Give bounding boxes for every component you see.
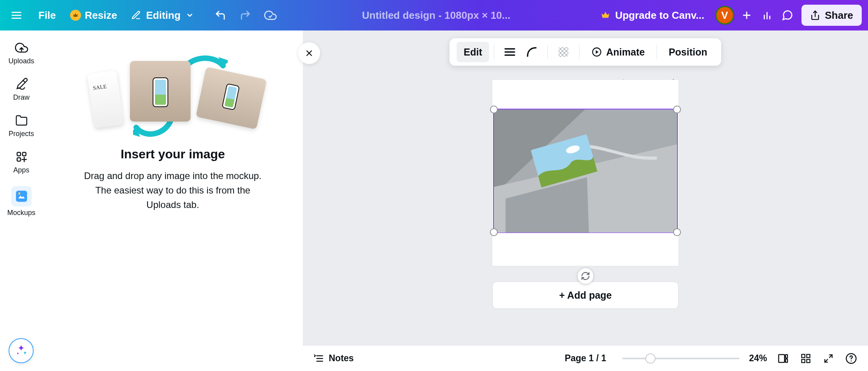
resize-label: Resize	[85, 9, 117, 22]
svg-rect-53	[802, 359, 805, 362]
zoom-slider-thumb[interactable]	[645, 353, 656, 364]
svg-rect-48	[779, 355, 785, 362]
pencil-icon	[14, 77, 29, 91]
rail-label: Apps	[13, 166, 29, 174]
add-page-button[interactable]: + Add page	[492, 281, 679, 309]
panel-heading: Insert your image	[121, 147, 225, 161]
rail-item-draw[interactable]: Draw	[0, 74, 43, 110]
panel-illustration	[87, 49, 259, 139]
corner-style-icon[interactable]	[523, 43, 540, 61]
resize-handle-tl[interactable]	[490, 106, 498, 113]
hamburger-menu-icon[interactable]	[6, 5, 27, 25]
position-button[interactable]: Position	[662, 42, 715, 62]
separator	[657, 45, 657, 59]
view-mode-icon[interactable]	[776, 352, 790, 365]
left-rail: Uploads Draw Projects Apps	[0, 30, 43, 371]
rail-label: Draw	[13, 93, 29, 102]
rail-label: Uploads	[8, 57, 34, 65]
svg-rect-52	[807, 354, 810, 357]
add-member-icon[interactable]	[737, 5, 757, 25]
rail-label: Projects	[9, 130, 34, 138]
notes-label: Notes	[329, 353, 354, 364]
design-page[interactable]	[492, 80, 679, 266]
svg-point-15	[18, 192, 20, 194]
selected-frame[interactable]	[493, 109, 678, 233]
separator	[579, 45, 580, 59]
page-indicator[interactable]: Page 1 / 1	[565, 353, 606, 364]
svg-rect-10	[22, 152, 26, 156]
panel-body: Drag and drop any image into the mockup.…	[83, 168, 263, 212]
help-icon[interactable]	[845, 352, 858, 365]
close-panel-button[interactable]	[298, 42, 320, 64]
mockups-icon	[11, 186, 32, 206]
svg-rect-49	[785, 355, 787, 358]
cloud-upload-icon	[14, 41, 29, 55]
upgrade-button[interactable]: Upgrade to Canv...	[592, 5, 713, 25]
svg-rect-54	[807, 359, 810, 362]
contextual-toolbar: Edit Animate Position	[450, 38, 721, 66]
animate-button[interactable]: Animate	[584, 42, 652, 62]
mockups-panel: Insert your image Drag and drop any imag…	[43, 30, 303, 371]
fullscreen-icon[interactable]	[822, 352, 835, 365]
canvas-area: Edit Animate Position	[303, 30, 868, 371]
zoom-value[interactable]: 24%	[749, 353, 767, 364]
rail-item-uploads[interactable]: Uploads	[0, 38, 43, 74]
svg-rect-50	[785, 359, 787, 362]
share-label: Share	[825, 9, 853, 22]
svg-rect-14	[16, 191, 27, 202]
resize-button[interactable]: Resize	[63, 5, 124, 25]
rail-item-projects[interactable]: Projects	[0, 110, 43, 147]
folder-icon	[14, 113, 29, 127]
svg-point-58	[851, 360, 852, 362]
resize-handle-br[interactable]	[673, 228, 681, 236]
mockup-photo	[494, 109, 677, 233]
share-button[interactable]: Share	[801, 5, 862, 26]
separator	[547, 45, 548, 59]
insights-icon[interactable]	[757, 5, 777, 25]
svg-rect-11	[17, 158, 20, 161]
edit-button[interactable]: Edit	[457, 42, 489, 62]
animate-label: Animate	[606, 47, 645, 58]
crown-badge-icon	[70, 10, 81, 21]
zoom-slider[interactable]	[622, 358, 740, 359]
grid-view-icon[interactable]	[799, 352, 812, 365]
top-bar: File Resize Editing Untitled design - 10…	[0, 0, 868, 30]
magic-tools-button[interactable]	[9, 338, 34, 363]
redo-icon[interactable]	[235, 5, 256, 25]
comment-icon[interactable]	[777, 5, 798, 25]
editing-label: Editing	[146, 9, 180, 22]
editing-mode-button[interactable]: Editing	[124, 5, 201, 25]
separator	[494, 45, 494, 59]
bottom-bar: Notes Page 1 / 1 24%	[303, 345, 868, 371]
svg-rect-51	[802, 354, 805, 357]
rail-item-mockups[interactable]: Mockups	[0, 183, 43, 226]
file-menu[interactable]: File	[31, 5, 63, 25]
svg-rect-9	[17, 152, 20, 156]
upgrade-label: Upgrade to Canv...	[615, 9, 704, 22]
rail-label: Mockups	[7, 209, 35, 217]
resize-handle-bl[interactable]	[490, 228, 498, 236]
border-style-icon[interactable]	[501, 43, 519, 61]
rotate-handle[interactable]	[577, 267, 594, 285]
transparency-icon[interactable]	[555, 43, 572, 61]
apps-grid-icon	[14, 150, 29, 164]
undo-icon[interactable]	[210, 5, 231, 25]
cloud-sync-icon[interactable]	[260, 5, 281, 25]
svg-rect-24	[558, 47, 568, 57]
design-title[interactable]: Untitled design - 1080px × 10...	[281, 9, 592, 22]
rail-item-apps[interactable]: Apps	[0, 147, 43, 183]
notes-button[interactable]: Notes	[313, 353, 354, 364]
user-avatar[interactable]: V	[715, 6, 734, 25]
resize-handle-tr[interactable]	[673, 106, 681, 113]
